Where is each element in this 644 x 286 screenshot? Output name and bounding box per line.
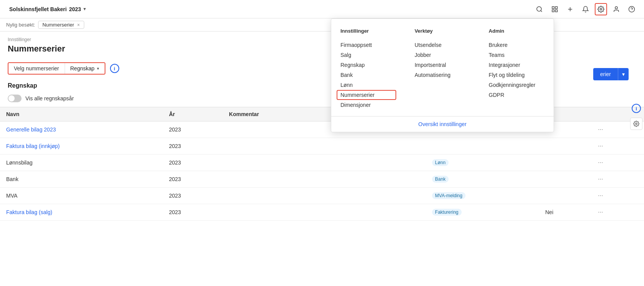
settings-button[interactable] [595,3,607,15]
menu-item-regnskap[interactable]: Regnskap [340,60,396,70]
menu-item-nummerserier[interactable]: Nummerserier [337,90,396,100]
menu-item-jobber[interactable]: Jobber [415,50,470,60]
menu-item-lonn[interactable]: Lønn [340,80,396,90]
oversikt-innstillinger-link[interactable]: Oversikt innstillinger [418,121,466,127]
svg-rect-3 [556,7,557,8]
nav-right [533,3,638,15]
menu-item-gdpr[interactable]: GDPR [489,90,544,100]
bell-button[interactable] [579,3,592,15]
app-selector[interactable]: Solskinnsfjellet Bakeri 2023 ▾ [6,5,89,14]
menu-item-integrasjoner[interactable]: Integrasjoner [489,60,544,70]
menu-item-flyt-tildeling[interactable]: Flyt og tildeling [489,70,544,80]
dropdown-col-admin: Admin Brukere Teams Integrasjoner Flyt o… [479,32,554,116]
menu-item-automatisering[interactable]: Automatisering [415,70,470,80]
svg-point-9 [615,7,617,9]
svg-rect-2 [552,7,554,8]
svg-rect-5 [556,10,557,12]
dropdown-header-innstillinger: Innstillinger [340,32,396,35]
dropdown-footer: Oversikt innstillinger [331,116,554,132]
dropdown-overlay[interactable]: Innstillinger Firmaoppsett Salg Regnskap… [0,32,644,221]
top-navigation: Solskinnsfjellet Bakeri 2023 ▾ [0,0,644,18]
menu-item-importsentral[interactable]: Importsentral [415,60,470,70]
dropdown-col-verktoey: Verktøy Utsendelse Jobber Importsentral … [405,32,480,116]
menu-item-teams[interactable]: Teams [489,50,544,60]
svg-point-8 [600,8,602,10]
svg-point-0 [537,7,541,11]
app-selector-chevron: ▾ [83,7,86,12]
dropdown-col-innstillinger: Innstillinger Firmaoppsett Salg Regnskap… [331,32,405,116]
app-title: Solskinnsfjellet Bakeri [9,6,67,12]
svg-rect-4 [552,10,554,12]
dropdown-header-verktoey: Verktøy [415,32,470,35]
help-button[interactable] [626,3,638,15]
menu-item-salg[interactable]: Salg [340,50,396,60]
add-button[interactable] [564,3,576,15]
menu-item-bank[interactable]: Bank [340,70,396,80]
settings-dropdown: Innstillinger Firmaoppsett Salg Regnskap… [331,32,554,132]
main-content: Innstillinger Nummerserier erier ▾ Velg … [0,32,644,221]
user-button[interactable] [610,3,622,15]
menu-item-utsendelse[interactable]: Utsendelse [415,40,470,50]
menu-item-firmaoppsett[interactable]: Firmaoppsett [340,40,396,50]
menu-item-godkjenningsregler[interactable]: Godkjenningsregler [489,80,544,90]
menu-item-brukere[interactable]: Brukere [489,40,544,50]
app-year: 2023 [69,6,81,12]
grid-button[interactable] [549,3,561,15]
nav-left: Solskinnsfjellet Bakeri 2023 ▾ [6,5,89,14]
dropdown-header-admin: Admin [489,32,544,35]
search-button[interactable] [533,3,546,15]
svg-line-1 [541,10,542,12]
menu-item-dimensjoner[interactable]: Dimensjoner [340,100,396,110]
